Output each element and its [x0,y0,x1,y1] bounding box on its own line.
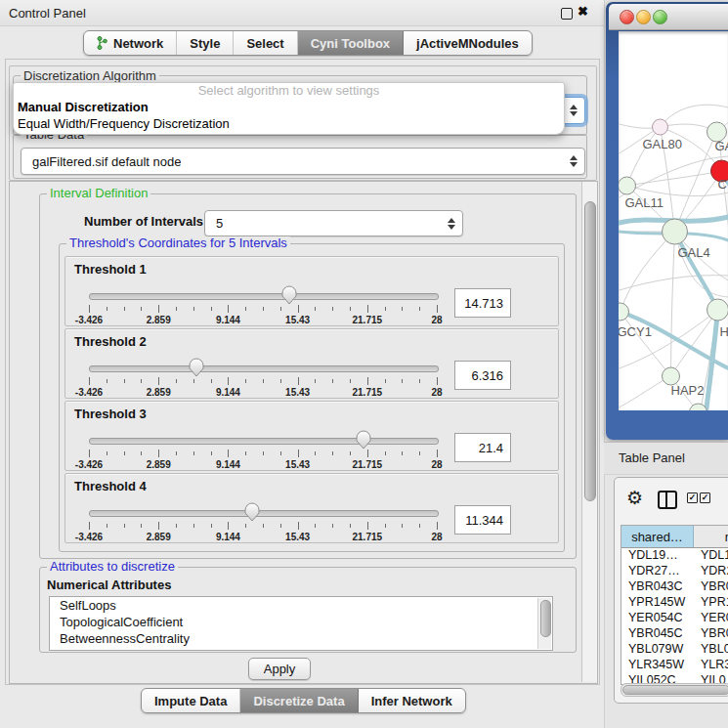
list-item[interactable]: TopologicalCoefficient [50,614,552,630]
threshold-panel: Threshold 3-3.4262.8599.14415.4321.71528… [64,401,559,471]
tick-label: 28 [431,532,442,542]
slider-handle[interactable] [244,502,260,522]
vertical-scrollbar[interactable] [581,182,597,682]
threshold-value-input[interactable]: 11.344 [454,505,511,535]
list-scrollbar[interactable] [537,598,551,649]
table-row[interactable]: YBL079WYBL0 [621,642,728,658]
threshold-slider[interactable]: -3.4262.8599.14415.4321.71528 [89,357,437,396]
slider-ticks [89,450,437,459]
table-row[interactable]: YDR27…YDR2 [621,564,728,579]
numerical-attributes-list: SelfLoopsTopologicalCoefficientBetweenne… [49,596,553,651]
dropdown-option-equal-width-frequency[interactable]: Equal Width/Frequency Discretization [14,115,564,132]
network-edge[interactable] [627,171,722,186]
slider-track[interactable] [89,293,439,300]
tick-mark [107,379,107,383]
network-edge-thick[interactable] [621,312,728,368]
tick-mark [385,307,386,311]
network-node[interactable] [653,119,668,135]
threshold-value-input[interactable]: 6.316 [454,361,511,390]
threshold-panel: Threshold 1-3.4262.8599.14415.4321.71528… [64,256,559,326]
network-edge[interactable] [620,156,728,197]
threshold-slider[interactable]: -3.4262.8599.14415.4321.71528 [89,429,437,468]
tab-cyni-toolbox[interactable]: Cyni Toolbox [298,31,404,55]
close-icon[interactable]: ✖ [578,4,588,19]
cell-name: YDR2 [694,564,728,579]
table-row[interactable]: YPR145WYPR1 [621,595,728,611]
slider-handle[interactable] [189,358,204,377]
checkbox-icon[interactable]: ✓ [687,492,698,503]
network-edge[interactable] [620,276,728,290]
vertical-scrollbar-thumb[interactable] [584,201,596,501]
number-of-intervals-combobox[interactable]: 5 [204,210,463,236]
tab-select[interactable]: Select [234,31,297,55]
table-row[interactable]: YBR043CYBR0 [621,579,728,595]
threshold-panel: Threshold 4-3.4262.8599.14415.4321.71528… [64,473,559,543]
tick-mark [245,307,246,311]
tick-mark [245,379,246,383]
tab-label: Impute Data [154,694,227,708]
list-item[interactable]: SelfLoops [50,597,552,614]
slider-track[interactable] [89,365,439,372]
table-data-combobox[interactable]: galFiltered.sif default node [21,148,585,175]
tab-network[interactable]: Network [84,31,177,55]
table-row[interactable]: YLR345WYLR3 [621,658,728,673]
cyni-toolbox-panel: Discretization Algorithm Table Data galF… [5,59,600,685]
threshold-panel: Threshold 2-3.4262.8599.14415.4321.71528… [64,328,559,399]
horizontal-scrollbar-thumb[interactable] [622,685,728,695]
table-row[interactable]: YER054CYER0 [621,611,728,626]
list-item[interactable]: BetweennessCentrality [50,630,552,647]
control-panel-titlebar: Control Panel ✖ [0,0,604,26]
tick-mark [176,451,177,455]
list-scrollbar-thumb[interactable] [540,600,551,637]
network-edge[interactable] [627,186,728,196]
slider-track[interactable] [89,438,439,445]
tab-jactivemnodules[interactable]: jActiveMNodules [404,31,532,55]
table-panel-header: Table Panel [604,442,728,475]
threshold-value-input[interactable]: 21.4 [454,433,511,462]
network-edge[interactable] [621,232,675,312]
network-node[interactable] [663,219,688,244]
tab-style[interactable]: Style [177,31,234,55]
threshold-value-input[interactable]: 14.713 [454,288,511,318]
table-row[interactable]: YDL19…YDL1 [621,548,728,564]
slider-track[interactable] [89,510,439,517]
tick-mark [385,524,386,528]
threshold-slider[interactable]: -3.4262.8599.14415.4321.71528 [89,284,437,323]
tick-label: 21.715 [353,532,383,542]
network-canvas[interactable]: GAL80GACGAL11GAL4GCY1HHAP2 [619,31,728,410]
column-header-shared-name[interactable]: shared… [621,526,694,547]
close-traffic-light-icon[interactable] [620,10,634,24]
split-column-icon[interactable] [658,491,677,509]
cell-shared-name: YER054C [621,611,694,626]
dropdown-placeholder-option: Select algorithm to view settings [14,83,564,99]
network-edge-thick[interactable] [675,232,718,310]
tick-mark [263,307,264,311]
threshold-slider[interactable]: -3.4262.8599.14415.4321.71528 [89,501,437,540]
apply-button[interactable]: Apply [248,658,311,680]
window-title: Control Panel [9,6,86,21]
gear-icon[interactable]: ⚙ [626,489,643,507]
tab-discretize-data[interactable]: Discretize Data [240,689,358,712]
horizontal-scrollbar[interactable] [621,683,728,697]
network-node-label: C [718,177,727,192]
zoom-traffic-light-icon[interactable] [653,10,667,24]
table-row[interactable]: YBR045CYBR0 [621,626,728,642]
tick-mark [437,450,438,457]
minimize-traffic-light-icon[interactable] [636,10,651,24]
slider-handle[interactable] [356,430,371,450]
checkbox-icon[interactable]: ✓ [700,492,710,503]
network-node[interactable] [707,299,728,321]
network-node[interactable] [619,303,629,321]
tab-infer-network[interactable]: Infer Network [359,689,465,712]
column-header-name[interactable]: name [694,526,728,547]
slider-handle[interactable] [281,285,297,305]
dropdown-option-manual-discretization[interactable]: Manual Discretization [14,99,564,115]
tick-mark [315,524,316,528]
float-window-icon[interactable] [561,8,573,20]
network-edge[interactable] [671,232,675,376]
tick-label: -3.426 [75,315,103,325]
network-node[interactable] [619,177,636,194]
algorithm-dropdown-popup: Select algorithm to view settings Manual… [13,82,565,135]
tab-impute-data[interactable]: Impute Data [142,689,240,712]
network-edge[interactable] [627,127,661,186]
